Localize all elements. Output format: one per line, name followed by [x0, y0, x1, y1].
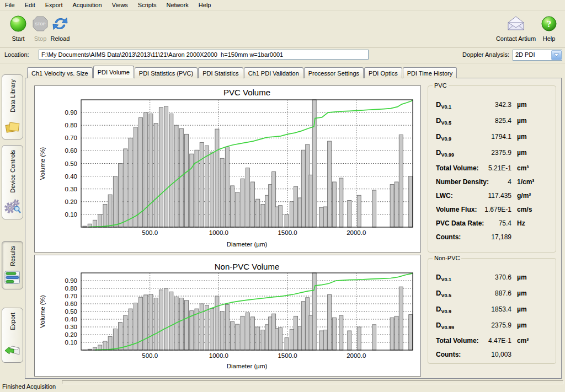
menu-export[interactable]: Export	[40, 0, 68, 9]
tab-pdi-time-history[interactable]: PDI Time History	[403, 67, 457, 78]
stat-row: Volume Flux:1.679E-1cm/s	[436, 206, 550, 219]
contact-artium-button[interactable]: Contact Artium	[495, 13, 537, 42]
stat-row: DV0.1370.6µm	[436, 273, 550, 289]
svg-text:0.70: 0.70	[65, 293, 77, 299]
app-window: FileEditExportAcquisitionViewsScriptsNet…	[0, 0, 565, 392]
svg-text:0.80: 0.80	[65, 122, 77, 128]
stat-value: 4.47E-1	[488, 337, 511, 345]
reload-button[interactable]: Reload	[43, 13, 77, 42]
stat-value: 1853.4	[491, 305, 511, 313]
stat-row: Number Density:41/cm³	[436, 178, 550, 192]
export-arrow-icon	[4, 343, 21, 359]
stat-value: 4	[508, 178, 511, 186]
svg-text:0.90: 0.90	[65, 109, 77, 116]
pvc-stats-groupbox: PVC DV0.1342.3µmDV0.5825.4µmDV0.91794.1µ…	[428, 85, 556, 253]
stat-label: PVC Data Rate:	[436, 219, 484, 227]
stat-unit: µm	[517, 149, 550, 157]
pvc-volume-chart: 0.100.200.300.400.500.600.700.800.90500.…	[35, 86, 419, 251]
stat-value: 370.6	[495, 273, 511, 281]
stat-unit: g/m³	[517, 192, 550, 200]
stat-row: Counts:17,189	[436, 233, 550, 247]
stat-unit: Hz	[517, 219, 550, 227]
help-icon: ?	[540, 13, 558, 34]
doppler-analysis-select[interactable]: 2D PDI	[513, 50, 562, 61]
sidebar-item-export[interactable]: Export	[2, 308, 23, 363]
envelope-icon	[505, 13, 526, 34]
svg-text:0.40: 0.40	[65, 316, 77, 323]
menu-views[interactable]: Views	[107, 0, 133, 9]
results-chart-icon	[4, 271, 20, 286]
svg-text:0.60: 0.60	[65, 300, 77, 307]
sidebar-item-label: Device Controls	[9, 150, 16, 193]
doppler-analysis-label: Doppler Analysis:	[462, 51, 509, 58]
svg-text:0.80: 0.80	[65, 285, 77, 292]
svg-text:Diameter (µm): Diameter (µm)	[227, 363, 268, 369]
stat-label: DV0.99	[436, 148, 454, 157]
tab-pdi-volume[interactable]: PDI Volume	[93, 66, 134, 78]
stat-value: 117.435	[488, 192, 512, 200]
sidebar-item-label: Results	[9, 246, 16, 266]
stat-unit: µm	[517, 133, 550, 141]
statusbar: Finished Acquisition	[0, 380, 565, 392]
folders-icon	[4, 120, 21, 136]
stat-unit: µm	[517, 321, 550, 329]
stat-row: Total Volume:5.21E-1cm³	[436, 164, 550, 178]
tab-processor-settings[interactable]: Processor Settings	[304, 67, 364, 78]
menu-scripts[interactable]: Scripts	[133, 0, 162, 9]
svg-text:0.50: 0.50	[65, 160, 77, 167]
svg-text:0.10: 0.10	[65, 211, 77, 218]
svg-text:2000.0: 2000.0	[347, 352, 366, 359]
stat-row: DV0.1342.3µm	[436, 100, 550, 116]
menu-acquisition[interactable]: Acquisition	[68, 0, 107, 9]
doppler-analysis-value: 2D PDI	[513, 50, 551, 60]
stat-row: DV0.5887.6µm	[436, 289, 550, 305]
stat-value: 1794.1	[491, 133, 511, 141]
stat-value: 887.6	[495, 289, 511, 297]
location-input[interactable]	[39, 50, 369, 60]
svg-text:0.60: 0.60	[65, 147, 77, 154]
stat-unit: cm/s	[517, 206, 550, 213]
sidebar-item-data-library[interactable]: Data Library	[2, 74, 23, 139]
svg-text:0.30: 0.30	[65, 324, 77, 330]
svg-text:0.70: 0.70	[65, 135, 77, 141]
stat-row: DV0.91853.4µm	[436, 305, 550, 321]
chevron-down-icon[interactable]	[551, 50, 562, 60]
pvc-volume-chart-panel: 0.100.200.300.400.500.600.700.800.90500.…	[34, 85, 421, 253]
tab-pdi-optics[interactable]: PDI Optics	[364, 67, 402, 78]
menu-edit[interactable]: Edit	[20, 0, 40, 9]
stat-unit: µm	[517, 273, 550, 281]
svg-text:500.0: 500.0	[142, 352, 158, 359]
svg-text:?: ?	[547, 19, 552, 29]
tab-pdi-statistics-pvc[interactable]: PDI Statistics (PVC)	[135, 67, 198, 78]
stat-unit: µm	[517, 101, 550, 109]
svg-text:0.40: 0.40	[65, 173, 77, 180]
svg-text:0.90: 0.90	[65, 277, 77, 284]
svg-text:Non-PVC Volume: Non-PVC Volume	[215, 262, 280, 271]
help-button[interactable]: ? Help	[536, 13, 562, 42]
statusbar-panel	[62, 380, 563, 384]
stat-value: 17,189	[491, 233, 511, 241]
svg-text:Volume (%): Volume (%)	[39, 295, 46, 328]
stat-row: Total Volume:4.47E-1cm³	[436, 337, 550, 351]
svg-text:0.20: 0.20	[65, 331, 77, 338]
svg-text:1500.0: 1500.0	[278, 352, 297, 359]
reload-icon	[50, 13, 70, 34]
stat-row: Counts:10,003	[436, 351, 550, 364]
menu-help[interactable]: Help	[194, 0, 216, 9]
contact-artium-label: Contact Artium	[496, 35, 536, 42]
reload-label: Reload	[51, 35, 70, 42]
stat-value: 342.3	[495, 101, 511, 109]
menu-network[interactable]: Network	[161, 0, 193, 9]
svg-text:0.10: 0.10	[65, 339, 77, 346]
tab-pdi-statistics[interactable]: PDI Statistics	[198, 67, 243, 78]
stat-label: DV0.1	[436, 273, 451, 281]
help-label: Help	[543, 35, 556, 42]
sidebar-item-label: Export	[9, 313, 16, 330]
toolbar: Start STOP Stop Reload	[0, 11, 565, 48]
tab-ch1-pdi-validation[interactable]: Ch1 PDI Validation	[244, 67, 303, 78]
tab-ch1-velocity-vs-size[interactable]: Ch1 Velocity vs. Size	[27, 67, 93, 78]
menu-file[interactable]: File	[0, 0, 20, 9]
sidebar-item-results[interactable]: Results	[2, 241, 23, 289]
location-row: Location: Doppler Analysis: 2D PDI	[0, 47, 565, 63]
sidebar-item-device-controls[interactable]: Device Controls	[2, 145, 23, 219]
